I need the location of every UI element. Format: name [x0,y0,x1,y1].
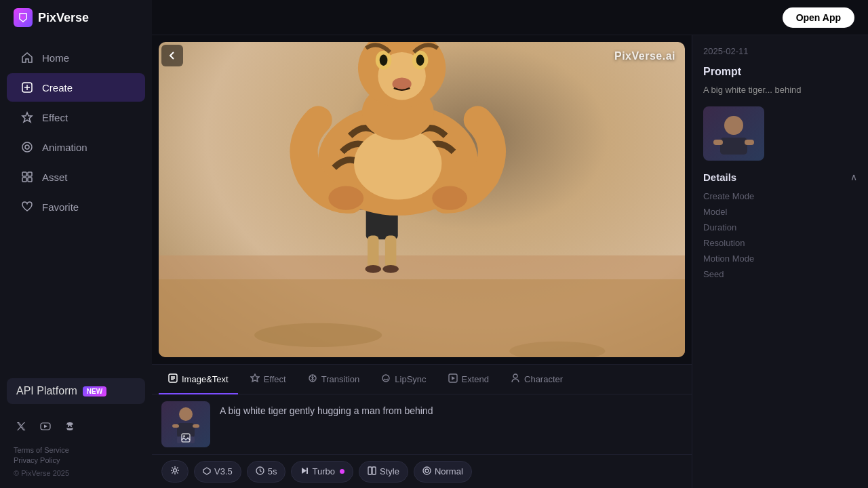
bottom-area: Image&Text Effect [152,364,692,488]
svg-rect-60 [182,434,190,442]
logo-area: PixVerse [0,0,152,35]
svg-marker-1 [21,16,25,20]
api-platform-item[interactable]: API Platform NEW [7,378,145,404]
sidebar-item-home[interactable]: Home [7,43,145,72]
tab-image-text[interactable]: Image&Text [159,365,238,394]
sidebar-item-favorite-label: Favorite [42,201,79,213]
tab-effect[interactable]: Effect [241,365,296,394]
effect-icon [20,110,34,124]
prompt-text[interactable]: A big white tiger gently hugging a man f… [220,401,682,418]
tab-lipsync[interactable]: LipSync [372,365,435,394]
sidebar-item-asset-label: Asset [42,171,68,183]
detail-row-resolution: Resolution [703,238,857,248]
turbo-label: Turbo [312,466,334,476]
svg-point-70 [425,469,429,472]
tab-character[interactable]: Character [501,365,572,394]
svg-point-6 [22,142,32,152]
open-app-button[interactable]: Open App [783,7,854,28]
style-icon [368,466,376,477]
nav-items: Home Create Effect [0,35,152,371]
tab-effect-label: Effect [264,374,286,384]
content-area: PixVerse.ai I [152,35,868,488]
detail-row-motion-mode: Motion Mode [703,253,857,264]
svg-rect-72 [720,138,747,155]
settings-icon [170,466,180,477]
tab-character-label: Character [524,374,563,384]
svg-point-41 [328,186,363,210]
svg-rect-10 [22,178,26,182]
copyright-text: © PixVerse 2025 [14,469,69,477]
details-header: Details ∧ [703,171,857,183]
svg-rect-11 [28,178,32,182]
home-icon [20,51,34,64]
sidebar-item-create[interactable]: Create [7,73,145,102]
video-section: PixVerse.ai I [152,35,692,488]
svg-rect-9 [28,172,32,176]
svg-rect-68 [372,467,376,474]
sidebar-item-effect[interactable]: Effect [7,103,145,131]
svg-marker-5 [22,113,32,122]
footer-links: Terms of Service Privacy Policy © PixVer… [0,442,152,488]
image-text-icon [168,373,178,385]
create-mode-label: Create Mode [703,191,754,201]
tab-transition[interactable]: Transition [298,365,370,394]
svg-rect-73 [713,140,723,145]
api-platform-label: API Platform [16,385,77,397]
terms-link[interactable]: Terms of Service [14,446,138,454]
prompt-title: Prompt [703,66,857,78]
right-panel: 2025-02-11 Prompt A big white tiger... b… [692,35,868,488]
detail-row-model: Model [703,207,857,217]
sidebar-item-effect-label: Effect [42,112,68,123]
duration-label: 5s [268,466,277,476]
duration-detail-label: Duration [703,222,736,232]
lipsync-icon [381,373,391,385]
svg-marker-47 [251,374,259,382]
video-container: PixVerse.ai [159,42,685,357]
details-collapse-button[interactable]: ∧ [850,171,857,182]
tab-lipsync-label: LipSync [395,374,426,384]
svg-point-50 [382,375,389,382]
tab-extend[interactable]: Extend [439,365,498,394]
version-icon [203,466,211,477]
tabs-row: Image&Text Effect [152,365,692,394]
sidebar-item-asset[interactable]: Asset [7,163,145,191]
svg-point-34 [380,55,388,66]
turbo-dot [340,469,344,474]
back-button[interactable] [161,45,183,66]
svg-point-7 [25,145,29,149]
svg-point-35 [416,55,425,66]
normal-button[interactable]: Normal [414,461,472,483]
sidebar-item-favorite[interactable]: Favorite [7,192,145,221]
prompt-area: A big white tiger gently hugging a man f… [152,394,692,454]
asset-icon [20,170,34,184]
youtube-icon[interactable] [38,419,53,434]
privacy-link[interactable]: Privacy Policy [14,456,138,464]
style-button[interactable]: Style [359,461,408,483]
logo-text: PixVerse [38,11,89,25]
svg-rect-67 [368,467,372,474]
animation-icon [20,140,34,154]
svg-marker-13 [44,425,47,428]
normal-icon [422,466,431,477]
transition-icon [308,373,317,385]
svg-point-71 [724,116,743,135]
settings-button[interactable] [161,460,189,483]
new-badge: NEW [83,386,106,396]
svg-rect-15 [159,279,685,357]
video-watermark: PixVerse.ai [614,50,675,62]
duration-icon [256,466,264,477]
turbo-button[interactable]: Turbo [291,461,353,483]
motion-mode-label: Motion Mode [703,253,754,264]
controls-row: V3.5 5s [152,454,692,488]
discord-icon[interactable] [62,419,77,434]
image-upload-icon[interactable] [181,433,191,445]
sidebar-item-home-label: Home [42,52,69,64]
sidebar-item-animation[interactable]: Animation [7,133,145,161]
turbo-icon [300,466,309,477]
sidebar-item-animation-label: Animation [42,142,87,153]
seed-label: Seed [703,269,724,279]
version-label: V3.5 [214,466,233,476]
twitter-icon[interactable] [14,419,28,434]
duration-button[interactable]: 5s [247,461,286,483]
version-button[interactable]: V3.5 [194,461,241,483]
